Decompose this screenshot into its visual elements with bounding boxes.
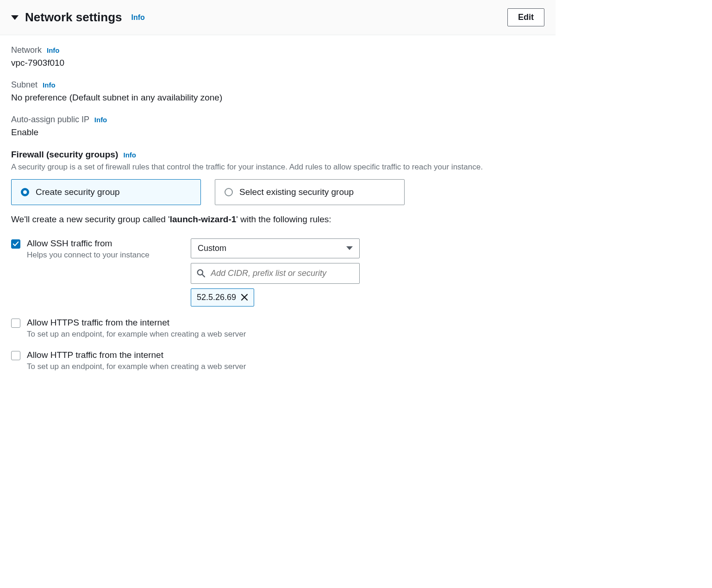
allow-http-desc: To set up an endpoint, for example when … (27, 362, 246, 371)
create-sg-label: Create security group (36, 187, 120, 197)
public-ip-value: Enable (11, 127, 544, 138)
allow-https-title: Allow HTTPS traffic from the internet (27, 318, 246, 328)
sg-name: launch-wizard-1 (170, 214, 237, 224)
network-label-row: Network Info (11, 45, 544, 55)
panel-header-left: Network settings Info (11, 10, 145, 25)
checkmark-icon (12, 241, 19, 247)
network-value: vpc-7903f010 (11, 58, 544, 68)
firewall-description: A security group is a set of firewall ru… (11, 162, 544, 173)
allow-http-row: Allow HTTP traffic from the internet To … (11, 350, 544, 371)
search-icon (197, 269, 205, 277)
select-existing-sg-option[interactable]: Select existing security group (215, 179, 405, 205)
allow-ssh-desc: Helps you connect to your instance (27, 250, 184, 260)
firewall-section: Firewall (security groups) Info A securi… (11, 150, 544, 371)
allow-ssh-checkbox[interactable] (11, 239, 20, 249)
sg-sentence-suffix: ' with the following rules: (236, 214, 331, 224)
radio-unselected-icon (225, 188, 233, 196)
allow-ssh-labels: Allow SSH traffic from Helps you connect… (27, 238, 184, 260)
sg-sentence-prefix: We'll create a new security group called… (11, 214, 170, 224)
ssh-source-value: Custom (198, 244, 226, 253)
ssh-source-select[interactable]: Custom (191, 238, 360, 258)
allow-https-labels: Allow HTTPS traffic from the internet To… (27, 318, 246, 339)
allow-ssh-title: Allow SSH traffic from (27, 238, 184, 249)
allow-ssh-row: Allow SSH traffic from Helps you connect… (11, 238, 544, 307)
ssh-cidr-input[interactable] (210, 268, 354, 279)
create-sg-option[interactable]: Create security group (11, 179, 201, 205)
allow-http-checkbox[interactable] (11, 351, 20, 360)
panel-body: Network Info vpc-7903f010 Subnet Info No… (0, 35, 556, 402)
network-label: Network (11, 45, 42, 55)
allow-https-desc: To set up an endpoint, for example when … (27, 330, 246, 339)
public-ip-info-link[interactable]: Info (94, 116, 107, 124)
ssh-controls: Custom 52.5.26.69 (191, 238, 360, 307)
svg-line-1 (202, 275, 205, 277)
ssh-cidr-search[interactable] (191, 263, 360, 284)
network-field: Network Info vpc-7903f010 (11, 45, 544, 68)
select-existing-sg-label: Select existing security group (239, 187, 354, 197)
public-ip-label: Auto-assign public IP (11, 115, 89, 124)
radio-selected-icon (21, 188, 29, 196)
subnet-label-row: Subnet Info (11, 80, 544, 90)
network-info-link[interactable]: Info (47, 46, 60, 54)
panel-header: Network settings Info Edit (0, 0, 556, 35)
subnet-field: Subnet Info No preference (Default subne… (11, 80, 544, 103)
panel-title: Network settings (25, 10, 122, 25)
network-settings-panel: Network settings Info Edit Network Info … (0, 0, 556, 402)
edit-button[interactable]: Edit (507, 8, 544, 26)
firewall-title-row: Firewall (security groups) Info (11, 150, 544, 160)
collapse-caret-icon[interactable] (11, 15, 19, 20)
sg-create-sentence: We'll create a new security group called… (11, 214, 544, 225)
allow-https-checkbox[interactable] (11, 319, 20, 328)
allow-https-row: Allow HTTPS traffic from the internet To… (11, 318, 544, 339)
firewall-info-link[interactable]: Info (124, 151, 137, 159)
chevron-down-icon (346, 246, 353, 250)
subnet-info-link[interactable]: Info (43, 81, 56, 89)
header-info-link[interactable]: Info (131, 13, 145, 22)
subnet-label: Subnet (11, 80, 37, 89)
remove-tag-button[interactable] (241, 294, 248, 301)
ssh-cidr-tag: 52.5.26.69 (191, 288, 254, 307)
ssh-cidr-tag-value: 52.5.26.69 (197, 293, 236, 302)
subnet-value: No preference (Default subnet in any ava… (11, 93, 544, 103)
sg-toggle-row: Create security group Select existing se… (11, 179, 544, 205)
firewall-title: Firewall (security groups) (11, 150, 118, 159)
close-icon (241, 294, 248, 301)
public-ip-field: Auto-assign public IP Info Enable (11, 115, 544, 138)
public-ip-label-row: Auto-assign public IP Info (11, 115, 544, 125)
allow-http-title: Allow HTTP traffic from the internet (27, 350, 246, 360)
allow-http-labels: Allow HTTP traffic from the internet To … (27, 350, 246, 371)
